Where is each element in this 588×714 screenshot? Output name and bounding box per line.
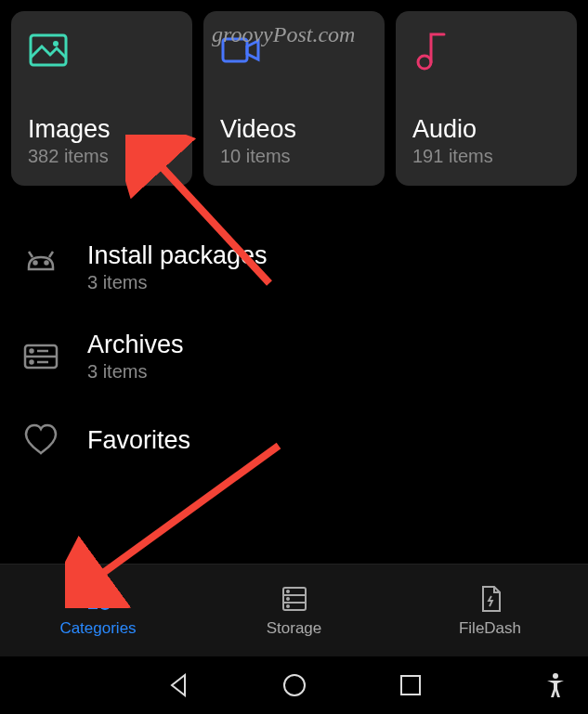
accessibility-button[interactable]	[542, 671, 569, 699]
annotation-arrow	[125, 135, 293, 302]
recents-button[interactable]	[397, 671, 425, 699]
audio-card[interactable]: Audio 191 items	[396, 11, 577, 186]
nav-filedash-label: FileDash	[459, 619, 521, 638]
heart-icon	[20, 420, 61, 461]
main-content: Images 382 items Videos 10 items	[0, 0, 588, 490]
annotation-arrow	[65, 432, 297, 608]
watermark-text: groovyPost.com	[212, 22, 355, 47]
audio-title: Audio	[412, 115, 560, 144]
archives-title: Archives	[87, 331, 577, 359]
install-packages-item[interactable]: Install packages 3 items	[20, 223, 577, 312]
svg-point-7	[46, 262, 48, 265]
filedash-icon	[476, 584, 505, 614]
android-icon	[20, 247, 61, 288]
nav-storage-label: Storage	[267, 619, 322, 638]
list-text: Archives 3 items	[87, 331, 577, 383]
home-button[interactable]	[281, 671, 308, 699]
nav-filedash[interactable]: FileDash	[392, 584, 588, 638]
android-system-bar	[0, 656, 588, 714]
svg-line-4	[29, 252, 33, 257]
image-icon	[28, 30, 69, 71]
audio-count: 191 items	[412, 146, 560, 167]
archives-count: 3 items	[87, 361, 577, 383]
svg-line-25	[153, 158, 269, 283]
svg-line-5	[49, 252, 53, 257]
nav-categories-label: Categories	[59, 619, 136, 638]
svg-point-24	[553, 673, 558, 679]
svg-point-6	[34, 262, 37, 265]
archives-item[interactable]: Archives 3 items	[20, 312, 577, 401]
svg-rect-0	[31, 35, 66, 65]
svg-rect-23	[401, 676, 420, 695]
svg-point-3	[418, 56, 431, 69]
svg-point-10	[31, 350, 33, 353]
svg-point-1	[53, 41, 59, 46]
archives-icon	[20, 336, 61, 377]
svg-point-11	[31, 361, 33, 364]
back-button[interactable]	[164, 671, 192, 699]
svg-point-22	[284, 675, 305, 695]
svg-line-26	[93, 446, 279, 580]
audio-icon	[412, 30, 453, 71]
